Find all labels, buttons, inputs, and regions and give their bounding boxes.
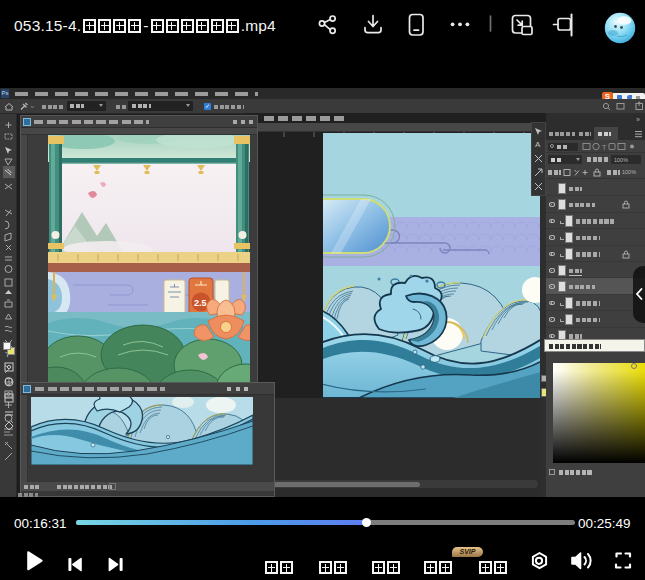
- svg-text:A: A: [535, 140, 541, 149]
- svg-text:2.5: 2.5: [194, 298, 207, 308]
- svg-text:T: T: [602, 144, 607, 151]
